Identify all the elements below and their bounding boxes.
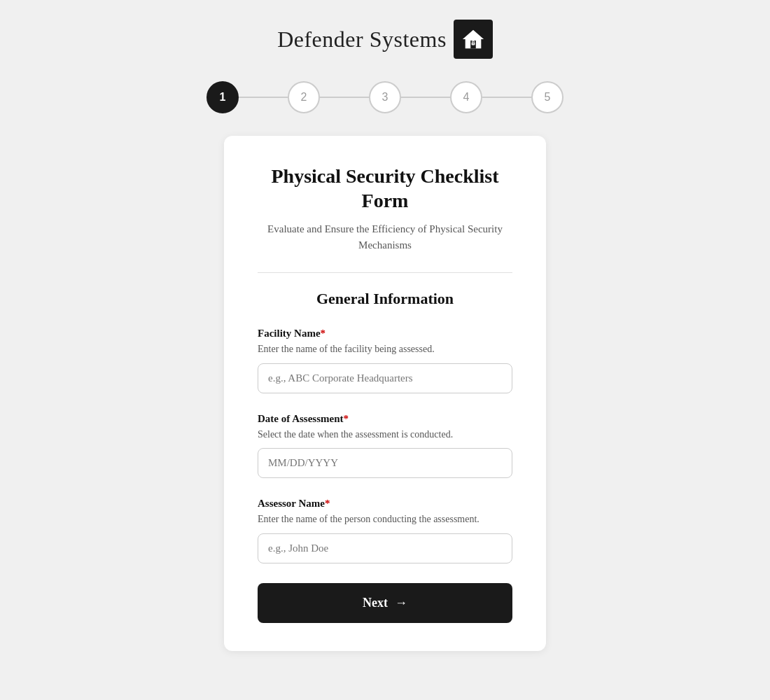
step-3[interactable]: 3 bbox=[369, 81, 401, 113]
facility-name-input[interactable] bbox=[258, 363, 512, 393]
field-group-date-assessment: Date of Assessment* Select the date when… bbox=[258, 413, 512, 479]
arrow-right-icon: → bbox=[395, 596, 407, 610]
header: Defender Systems bbox=[277, 20, 493, 59]
facility-name-description: Enter the name of the facility being ass… bbox=[258, 342, 512, 356]
logo-text: Defender Systems bbox=[277, 27, 447, 52]
assessor-name-description: Enter the name of the person conducting … bbox=[258, 512, 512, 526]
form-subtitle: Evaluate and Ensure the Efficiency of Ph… bbox=[258, 221, 512, 253]
assessor-name-required: * bbox=[325, 498, 330, 509]
step-line-3-4 bbox=[401, 97, 450, 98]
step-2[interactable]: 2 bbox=[288, 81, 320, 113]
field-group-assessor-name: Assessor Name* Enter the name of the per… bbox=[258, 498, 512, 564]
step-5[interactable]: 5 bbox=[531, 81, 564, 113]
facility-name-required: * bbox=[321, 328, 326, 339]
form-card: Physical Security Checklist Form Evaluat… bbox=[224, 136, 546, 651]
facility-name-label: Facility Name* bbox=[258, 328, 512, 340]
svg-point-3 bbox=[472, 43, 474, 45]
field-group-facility-name: Facility Name* Enter the name of the fac… bbox=[258, 328, 512, 393]
logo-icon bbox=[454, 20, 493, 59]
step-1[interactable]: 1 bbox=[206, 81, 239, 113]
next-button[interactable]: Next → bbox=[258, 583, 512, 623]
step-4[interactable]: 4 bbox=[450, 81, 482, 113]
form-title: Physical Security Checklist Form bbox=[258, 164, 512, 213]
assessor-name-label: Assessor Name* bbox=[258, 498, 512, 510]
step-line-4-5 bbox=[482, 97, 531, 98]
date-assessment-input[interactable] bbox=[258, 448, 512, 478]
step-line-1-2 bbox=[239, 97, 288, 98]
home-lock-icon bbox=[461, 27, 485, 51]
section-title: General Information bbox=[258, 290, 512, 308]
step-line-2-3 bbox=[320, 97, 369, 98]
divider bbox=[258, 272, 512, 273]
assessor-name-input[interactable] bbox=[258, 533, 512, 564]
date-assessment-label: Date of Assessment* bbox=[258, 413, 512, 425]
date-assessment-description: Select the date when the assessment is c… bbox=[258, 428, 512, 442]
date-assessment-required: * bbox=[343, 413, 349, 424]
next-button-label: Next bbox=[363, 596, 388, 610]
stepper: 1 2 3 4 5 bbox=[206, 81, 564, 113]
